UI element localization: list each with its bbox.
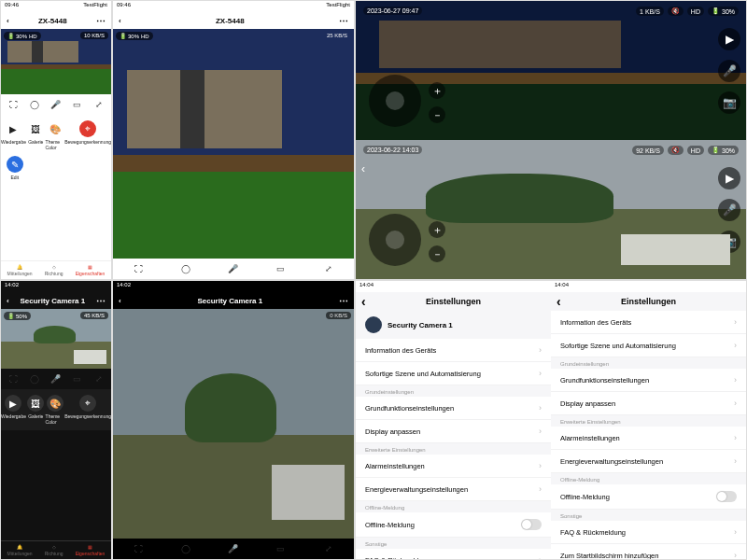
zoom-controls: ＋ － [429,82,445,123]
live-feed[interactable]: 🔋30% HD 10 KB/S [1,29,111,94]
tab-messages[interactable]: 🔔Mitteilungen [7,544,33,556]
record-icon[interactable]: ▭ [275,262,288,275]
back-arrow-icon[interactable]: ‹ [361,162,365,175]
back-icon[interactable]: ‹ [119,297,121,305]
edit-icon[interactable]: ✎ [7,156,23,173]
phone-screen-bottom-left: 14:02 ‹ Security Camera 1 🔋50% 45 KB/S ⛶… [1,281,111,559]
ptz-joystick[interactable] [369,75,421,127]
zoom-in-icon[interactable]: ＋ [429,82,445,99]
status-time: 14:02 [5,282,19,291]
snapshot-icon[interactable]: ◯ [179,542,192,555]
chevron-right-icon: › [734,456,737,466]
mic-icon[interactable]: 🎤 [49,98,63,111]
snapshot-button[interactable]: 📷 [718,231,740,253]
mute-icon[interactable]: 🔇 [668,7,684,16]
snapshot-icon[interactable]: ◯ [179,262,192,275]
bitrate-pill: 25 KB/S [323,32,351,39]
mic-icon[interactable]: 🎤 [227,542,240,555]
live-feed[interactable]: 🔋30% HD 25 KB/S [113,29,354,259]
motion-icon[interactable]: ⌖ [79,395,96,412]
device-row[interactable]: Security Camera 1 [356,311,551,339]
record-icon[interactable]: ▭ [71,98,84,111]
row-offline-toggle[interactable]: Offline-Meldung [551,484,746,510]
row-device-info[interactable]: Information des Geräts› [356,339,551,362]
snapshot-button[interactable]: 📷 [718,91,740,114]
back-icon[interactable]: ‹ [7,297,9,305]
tab-direction[interactable]: ◇Richtung [45,264,63,276]
back-icon[interactable]: ‹ [119,17,121,25]
back-icon[interactable]: ‹ [7,17,9,25]
gallery-icon[interactable]: 🖼 [27,120,44,137]
record-button[interactable]: ▶ [718,167,740,189]
theme-label: Theme Color [46,413,65,425]
row-display[interactable]: Display anpassen› [551,392,746,415]
chevron-right-icon: › [539,403,542,413]
row-energy[interactable]: Energieverwaltungseinstellungen› [551,450,746,473]
expand-icon[interactable]: ⤢ [322,262,335,275]
theme-icon[interactable]: 🎨 [47,395,63,412]
toggle-switch[interactable] [521,519,542,530]
row-add-home[interactable]: Zum Startbildschirm hinzufügen› [551,544,746,560]
ptz-joystick[interactable] [369,214,421,266]
playback-icon[interactable]: ▶ [5,120,21,137]
row-basic-functions[interactable]: Grundfunktionseinstellungen› [551,369,746,392]
section-basic: Grundeinstellungen [551,357,746,369]
status-bar: 09:46 TestFlight [113,1,354,12]
expand-icon[interactable]: ⤢ [92,372,106,385]
row-scene-automation[interactable]: Sofortige Szene und Automatisierung› [356,362,551,385]
snapshot-icon[interactable]: ◯ [28,98,41,111]
tab-properties[interactable]: ▦Eigenschaften [76,544,106,556]
live-feed[interactable]: 0 KB/S [113,309,354,539]
hd-tag[interactable]: HD [687,146,704,155]
zoom-in-icon[interactable]: ＋ [429,221,445,238]
hd-tag[interactable]: HD [687,7,704,16]
gallery-icon[interactable]: 🖼 [27,395,44,412]
more-icon[interactable] [96,16,106,26]
talk-button[interactable]: 🎤 [718,199,740,221]
fullscreen-icon[interactable]: ⛶ [132,262,145,275]
row-device-info[interactable]: Information des Geräts› [551,311,746,334]
live-feed[interactable]: 🔋50% 45 KB/S [1,309,111,369]
record-icon[interactable]: ▭ [71,372,84,385]
snapshot-icon[interactable]: ◯ [28,372,41,385]
row-alarm[interactable]: Alarmeinstellungen› [551,427,746,450]
row-alarm[interactable]: Alarmeinstellungen› [356,455,551,478]
row-faq[interactable]: FAQ & Rückmeldung› [356,549,551,560]
row-offline-toggle[interactable]: Offline-Meldung [356,512,551,538]
row-scene-automation[interactable]: Sofortige Szene und Automatisierung› [551,334,746,357]
talk-button[interactable]: 🎤 [718,60,740,82]
landscape-feed-1[interactable]: 2023-06-27 09:47 1 KB/S 🔇 HD 🔋30% ＋ － ▶ … [356,1,746,140]
chevron-right-icon: › [734,551,737,560]
more-icon[interactable] [339,16,348,26]
zoom-out-icon[interactable]: － [429,245,445,262]
row-energy[interactable]: Energieverwaltungseinstellungen› [356,478,551,501]
fullscreen-icon[interactable]: ⛶ [132,542,145,555]
mute-icon[interactable]: 🔇 [668,146,684,155]
compass-icon: ◇ [52,264,56,270]
mic-icon[interactable]: 🎤 [227,262,240,275]
expand-icon[interactable]: ⤢ [92,98,106,111]
row-basic-functions[interactable]: Grundfunktionseinstellungen› [356,397,551,420]
landscape-feed-2[interactable]: 2023-06-22 14:03 ‹ 92 KB/S 🔇 HD 🔋30% ＋ －… [356,140,746,279]
playback-icon[interactable]: ▶ [5,395,21,412]
record-button[interactable]: ▶ [718,28,740,50]
header-title: ZX-5448 [38,17,67,25]
status-carrier: TestFlight [326,2,350,11]
expand-icon[interactable]: ⤢ [322,542,335,555]
fullscreen-icon[interactable]: ⛶ [7,98,20,111]
zoom-out-icon[interactable]: － [429,106,445,123]
mic-icon[interactable]: 🎤 [49,372,63,385]
row-display[interactable]: Display anpassen› [356,420,551,443]
header-title: Security Camera 1 [197,297,262,305]
motion-icon[interactable]: ⌖ [79,120,96,137]
more-icon[interactable] [339,296,348,306]
fullscreen-icon[interactable]: ⛶ [7,372,20,385]
theme-icon[interactable]: 🎨 [47,120,63,137]
tab-messages[interactable]: 🔔Mitteilungen [7,264,33,276]
tab-properties[interactable]: ▦Eigenschaften [76,264,106,276]
more-icon[interactable] [96,296,106,306]
record-icon[interactable]: ▭ [275,542,288,555]
tab-direction[interactable]: ◇Richtung [45,544,63,556]
toggle-switch[interactable] [716,491,737,502]
row-faq[interactable]: FAQ & Rückmeldung› [551,521,746,544]
